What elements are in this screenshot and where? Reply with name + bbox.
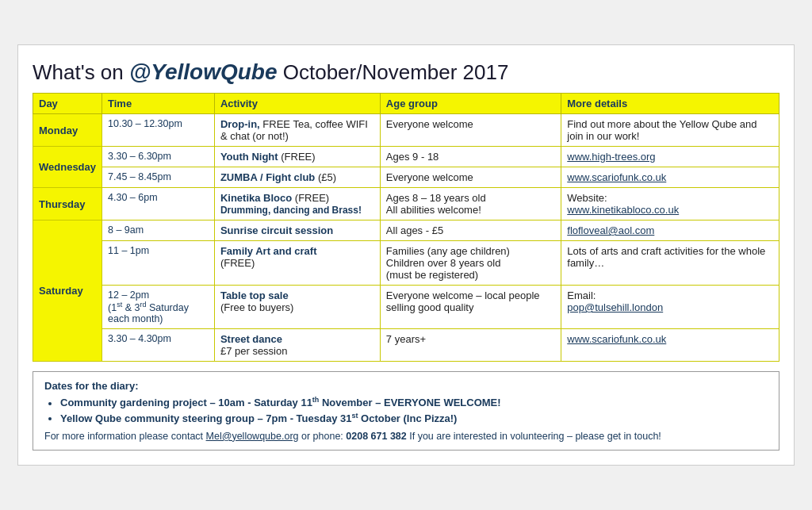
- table-header-row: Day Time Activity Age group More details: [33, 94, 779, 114]
- activity-monday-1: Drop-in, FREE Tea, coffee WIFI & chat (o…: [214, 114, 380, 147]
- time-thursday-1: 4.30 – 6pm: [102, 188, 215, 220]
- agegroup-saturday-3: Everyone welcome – local people selling …: [380, 286, 561, 329]
- activity-saturday-2: Family Art and craft (FREE): [214, 241, 380, 286]
- table-row: 12 – 2pm(1st & 3rd Saturday each month) …: [33, 286, 779, 329]
- time-monday-1: 10.30 – 12.30pm: [102, 114, 215, 147]
- activity-normal: (FREE): [281, 151, 315, 163]
- activity-bold: Street dance: [220, 333, 282, 345]
- table-row: Wednesday 3.30 – 6.30pm Youth Night (FRE…: [33, 147, 779, 167]
- day-monday: Monday: [33, 114, 102, 147]
- activity-bold: Family Art and craft: [220, 245, 317, 257]
- title-prefix: What's on: [33, 60, 129, 84]
- contact-email[interactable]: Mel@yellowqube.org: [206, 431, 299, 442]
- page-title: What's on @YellowQube October/November 2…: [33, 59, 779, 85]
- details-wednesday-2: www.scariofunk.co.uk: [561, 167, 779, 188]
- col-agegroup: Age group: [380, 94, 561, 114]
- link-flofloveal[interactable]: flofloveal@aol.com: [567, 224, 654, 236]
- activity-normal: (FREE): [220, 257, 255, 269]
- agegroup-saturday-2: Families (any age children)Children over…: [380, 241, 561, 286]
- activity-bold: Sunrise circuit session: [220, 224, 333, 236]
- agegroup-wednesday-1: Ages 9 - 18: [380, 147, 561, 167]
- activity-normal: £7 per session: [220, 345, 288, 357]
- agegroup-saturday-4: 7 years+: [380, 329, 561, 362]
- activity-bold: Kinetika Bloco: [220, 192, 292, 204]
- contact-prefix: For more information please contact: [44, 431, 206, 442]
- activity-sub: Drumming, dancing and Brass!: [220, 205, 362, 216]
- time-saturday-4: 3.30 – 4.30pm: [102, 329, 215, 362]
- activity-bold: Table top sale: [220, 290, 289, 301]
- agegroup-thursday-1: Ages 8 – 18 years oldAll abilities welco…: [380, 188, 561, 220]
- col-day: Day: [33, 94, 102, 114]
- time-saturday-2: 11 – 1pm: [102, 241, 215, 286]
- activity-saturday-3: Table top sale (Free to buyers): [214, 286, 380, 329]
- contact-middle: or phone:: [301, 431, 346, 442]
- time-wednesday-1: 3.30 – 6.30pm: [102, 147, 215, 167]
- details-saturday-3: Email:pop@tulsehill.london: [561, 286, 779, 329]
- col-details: More details: [561, 94, 779, 114]
- agegroup-saturday-1: All ages - £5: [380, 220, 561, 241]
- link-scariofunk-1[interactable]: www.scariofunk.co.uk: [567, 171, 666, 183]
- time-wednesday-2: 7.45 – 8.45pm: [102, 167, 215, 188]
- activity-wednesday-1: Youth Night (FREE): [214, 147, 380, 167]
- table-row: 7.45 – 8.45pm ZUMBA / Fight club (£5) Ev…: [33, 167, 779, 188]
- day-wednesday: Wednesday: [33, 147, 102, 188]
- activity-saturday-1: Sunrise circuit session: [214, 220, 380, 241]
- dates-item-2: Yellow Qube community steering group – 7…: [60, 412, 768, 424]
- dates-box: Dates for the diary: Community gardening…: [33, 371, 779, 451]
- agegroup-wednesday-2: Everyone welcome: [380, 167, 561, 188]
- time-saturday-3: 12 – 2pm(1st & 3rd Saturday each month): [102, 286, 215, 329]
- page: What's on @YellowQube October/November 2…: [17, 44, 795, 466]
- activity-bold: Drop-in,: [220, 118, 260, 130]
- agegroup-monday-1: Everyone welcome: [380, 114, 561, 147]
- activity-thursday-1: Kinetika Bloco (FREE) Drumming, dancing …: [214, 188, 380, 220]
- contact-suffix: If you are interested in volunteering – …: [409, 431, 661, 442]
- activity-bold: Youth Night: [220, 151, 278, 163]
- activity-normal: (FREE): [295, 192, 329, 204]
- table-row: 3.30 – 4.30pm Street dance £7 per sessio…: [33, 329, 779, 362]
- details-saturday-4: www.scariofunk.co.uk: [561, 329, 779, 362]
- table-row: Thursday 4.30 – 6pm Kinetika Bloco (FREE…: [33, 188, 779, 220]
- details-wednesday-1: www.high-trees.org: [561, 147, 779, 167]
- day-saturday: Saturday: [33, 220, 102, 362]
- details-saturday-1: flofloveal@aol.com: [561, 220, 779, 241]
- day-thursday: Thursday: [33, 188, 102, 220]
- table-row: 11 – 1pm Family Art and craft (FREE) Fam…: [33, 241, 779, 286]
- details-saturday-2: Lots of arts and craft activities for th…: [561, 241, 779, 286]
- details-monday-1: Find out more about the Yellow Qube and …: [561, 114, 779, 147]
- schedule-table: Day Time Activity Age group More details…: [33, 93, 779, 362]
- activity-wednesday-2: ZUMBA / Fight club (£5): [214, 167, 380, 188]
- details-thursday-1: Website:www.kinetikabloco.co.uk: [561, 188, 779, 220]
- col-activity: Activity: [214, 94, 380, 114]
- brand-at: @YellowQube: [129, 59, 278, 84]
- activity-saturday-4: Street dance £7 per session: [214, 329, 380, 362]
- dates-item-1: Community gardening project – 10am - Sat…: [60, 396, 768, 408]
- link-high-trees[interactable]: www.high-trees.org: [567, 151, 655, 163]
- time-saturday-1: 8 – 9am: [102, 220, 215, 241]
- contact-line: For more information please contact Mel@…: [44, 431, 768, 442]
- activity-normal: (Free to buyers): [220, 301, 293, 313]
- contact-phone: 0208 671 382: [346, 431, 406, 442]
- dates-list: Community gardening project – 10am - Sat…: [60, 396, 768, 424]
- table-row: Monday 10.30 – 12.30pm Drop-in, FREE Tea…: [33, 114, 779, 147]
- link-scariofunk-2[interactable]: www.scariofunk.co.uk: [567, 333, 666, 345]
- title-suffix: October/November 2017: [278, 60, 509, 84]
- activity-normal: (£5): [318, 171, 336, 183]
- link-kinetikabloco[interactable]: www.kinetikabloco.co.uk: [567, 204, 679, 216]
- link-tulsehill[interactable]: pop@tulsehill.london: [567, 301, 663, 313]
- dates-title: Dates for the diary:: [44, 380, 768, 392]
- col-time: Time: [102, 94, 215, 114]
- table-row: Saturday 8 – 9am Sunrise circuit session…: [33, 220, 779, 241]
- activity-bold: ZUMBA / Fight club: [220, 171, 315, 183]
